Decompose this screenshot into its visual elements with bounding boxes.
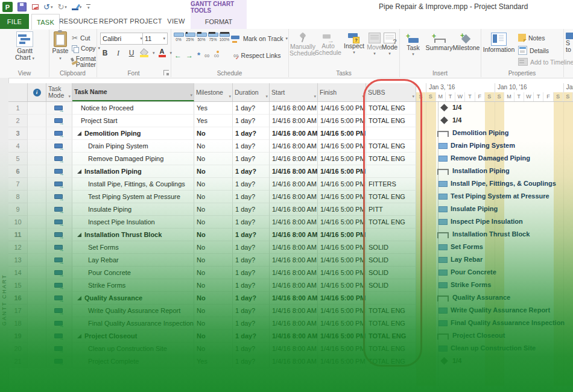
unlink-tasks-icon[interactable]: ∞ xyxy=(214,52,220,59)
underline-button[interactable]: U xyxy=(127,48,136,58)
task-mode-cell[interactable] xyxy=(46,330,72,343)
start-cell[interactable]: 1/4/16 8:00 AM xyxy=(270,115,318,127)
finish-cell[interactable]: 1/4/16 5:00 PM xyxy=(318,115,366,127)
gantt-row[interactable]: Installation Thrust Block xyxy=(416,229,573,241)
insert-task-button[interactable]: + Task ▾ xyxy=(403,32,423,57)
summary-bracket[interactable] xyxy=(437,131,449,134)
milestone-cell[interactable]: No xyxy=(194,153,233,165)
font-name-select[interactable]: Calibri▾ xyxy=(100,33,145,45)
notes-button[interactable]: Notes xyxy=(518,34,545,42)
manually-schedule-button[interactable]: Manually Schedule xyxy=(291,32,315,57)
task-mode-cell[interactable] xyxy=(46,241,72,254)
cut-button[interactable]: ✂Cut xyxy=(72,34,90,42)
finish-cell[interactable]: 1/4/16 5:00 PM xyxy=(318,229,366,241)
task-name-cell[interactable]: Project Start xyxy=(72,115,194,127)
finish-cell[interactable]: 1/4/16 5:00 PM xyxy=(318,343,366,355)
start-cell[interactable]: 1/4/16 8:00 AM xyxy=(270,191,318,203)
start-cell[interactable]: 1/4/16 8:00 AM xyxy=(270,330,318,343)
finish-cell[interactable]: 1/4/16 5:00 PM xyxy=(318,241,366,254)
milestone-diamond[interactable] xyxy=(440,116,448,124)
finish-cell[interactable]: 1/4/16 5:00 PM xyxy=(318,153,366,165)
task-mode-cell[interactable] xyxy=(46,191,72,203)
finish-cell[interactable]: 1/4/16 5:00 PM xyxy=(318,203,366,216)
start-cell[interactable]: 1/4/16 8:00 AM xyxy=(270,216,318,229)
start-cell[interactable]: 1/4/16 8:00 AM xyxy=(270,343,318,355)
milestone-cell[interactable]: No xyxy=(194,279,233,292)
table-row[interactable]: 5Remove Damaged PipingNo1 day?1/4/16 8:0… xyxy=(8,153,416,165)
duration-cell[interactable]: 1 day? xyxy=(233,241,270,254)
task-mode-cell[interactable] xyxy=(46,127,72,140)
duration-cell[interactable]: 1 day? xyxy=(233,191,270,203)
start-cell[interactable]: 1/4/16 8:00 AM xyxy=(270,355,318,368)
italic-button[interactable]: I xyxy=(113,48,123,58)
gantt-row[interactable]: 1/4 xyxy=(416,102,573,115)
milestone-cell[interactable]: No xyxy=(194,343,233,355)
summary-bracket[interactable] xyxy=(437,296,449,299)
task-name-cell[interactable]: Test Piping System at Pressure xyxy=(72,191,194,203)
task-bar[interactable] xyxy=(438,282,448,288)
table-row[interactable]: 9Insulate PipingNo1 day?1/4/16 8:00 AM1/… xyxy=(8,203,416,216)
gantt-row[interactable]: Final Quality Assuarance Inspection xyxy=(416,317,573,330)
duration-cell[interactable]: 1 day? xyxy=(233,254,270,267)
font-color-icon[interactable]: A xyxy=(159,49,166,57)
percent-100-button[interactable]: 100% xyxy=(219,33,230,42)
task-name-cell[interactable]: Insulate Piping xyxy=(72,203,194,216)
start-cell[interactable]: 1/4/16 8:00 AM xyxy=(270,254,318,267)
gantt-row[interactable]: Project Closeout xyxy=(416,330,573,343)
task-name-cell[interactable]: Write Quality Assurance Report xyxy=(72,305,194,317)
task-name-cell[interactable]: Installation Thrust Block xyxy=(72,229,194,241)
task-bar[interactable] xyxy=(438,346,448,352)
finish-cell[interactable]: 1/4/16 5:00 PM xyxy=(318,216,366,229)
milestone-cell[interactable]: Yes xyxy=(194,355,233,368)
milestone-cell[interactable]: No xyxy=(194,191,233,203)
table-row[interactable]: 18Final Quality Assuarance InspectionNo1… xyxy=(8,317,416,330)
milestone-cell[interactable]: Yes xyxy=(194,115,233,127)
task-name-cell[interactable]: Clean up Construction Site xyxy=(72,343,194,355)
tab-task[interactable]: TASK xyxy=(31,14,60,30)
format-painter-button[interactable]: Format Painter xyxy=(72,55,96,68)
percent-75-button[interactable]: 75% xyxy=(207,33,218,42)
duration-cell[interactable]: 1 day? xyxy=(233,140,270,153)
task-name-cell[interactable]: Inspect Pipe Insulation xyxy=(72,216,194,229)
finish-cell[interactable]: 1/4/16 5:00 PM xyxy=(318,127,366,140)
task-name-cell[interactable]: Remove Damaged Piping xyxy=(72,153,194,165)
background-color-icon[interactable] xyxy=(140,49,149,57)
table-row[interactable]: 4Drain Piping SystemNo1 day?1/4/16 8:00 … xyxy=(8,140,416,153)
task-mode-cell[interactable] xyxy=(46,153,72,165)
task-name-cell[interactable]: Install Pipe, Fittings, & Couplings xyxy=(72,178,194,191)
duration-cell[interactable]: 1 day? xyxy=(233,127,270,140)
duration-cell[interactable]: 1 day? xyxy=(233,102,270,115)
milestone-cell[interactable]: No xyxy=(194,292,233,305)
table-row[interactable]: 12Set FormsNo1 day?1/4/16 8:00 AM1/4/16 … xyxy=(8,241,416,254)
start-cell[interactable]: 1/4/16 8:00 AM xyxy=(270,178,318,191)
task-mode-cell[interactable] xyxy=(46,279,72,292)
inspect-button[interactable]: Inspect ▾ xyxy=(343,33,366,55)
mode-button[interactable]: Mode ▾ xyxy=(380,33,399,56)
table-row[interactable]: 1Notice to ProceedYes1 day?1/4/16 8:00 A… xyxy=(8,102,416,115)
table-row[interactable]: 6Installation PipingNo1 day?1/4/16 8:00 … xyxy=(8,165,416,178)
milestone-cell[interactable]: Yes xyxy=(194,102,233,115)
column-header-milestone[interactable]: Milestone▾ xyxy=(194,83,233,101)
project-logo-icon[interactable]: P xyxy=(2,2,13,12)
respect-links-button[interactable]: ∞ Respect Links xyxy=(233,52,281,59)
task-mode-cell[interactable] xyxy=(46,115,72,127)
column-header-task-name[interactable]: Task Name▾ xyxy=(72,83,194,101)
indent-task-icon[interactable]: → xyxy=(186,52,193,59)
start-cell[interactable]: 1/4/16 8:00 AM xyxy=(270,165,318,178)
finish-cell[interactable]: 1/4/16 5:00 PM xyxy=(318,330,366,343)
collapse-triangle-icon[interactable] xyxy=(77,233,81,237)
table-row[interactable]: 2Project StartYes1 day?1/4/16 8:00 AM1/4… xyxy=(8,115,416,127)
start-cell[interactable]: 1/4/16 8:00 AM xyxy=(270,102,318,115)
task-name-cell[interactable]: Demolition Piping xyxy=(72,127,194,140)
duration-cell[interactable]: 1 day? xyxy=(233,343,270,355)
column-header-info[interactable]: i xyxy=(28,83,46,101)
task-bar[interactable] xyxy=(438,308,448,314)
save-button[interactable] xyxy=(17,2,27,11)
tab-project[interactable]: PROJECT xyxy=(130,14,162,28)
tab-resource[interactable]: RESOURCE xyxy=(60,14,97,28)
report-pen-button[interactable]: ▾ xyxy=(72,4,82,10)
task-name-cell[interactable]: Strike Forms xyxy=(72,279,194,292)
gantt-row[interactable]: Installation Piping xyxy=(416,165,573,178)
column-header-finish[interactable]: Finish▾ xyxy=(318,83,366,101)
gantt-chart-button[interactable]: Gantt Chart ▾ xyxy=(8,31,41,61)
